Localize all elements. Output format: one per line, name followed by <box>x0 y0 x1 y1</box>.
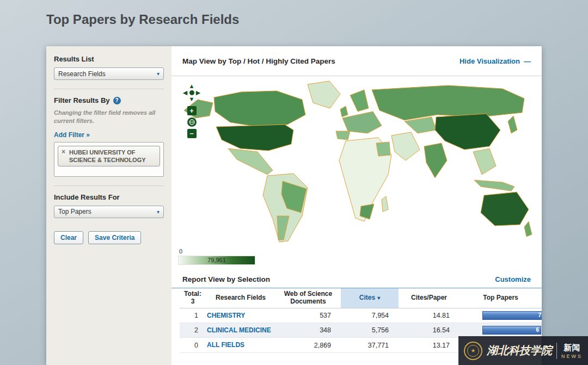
chevron-down-icon: ▾ <box>157 209 160 215</box>
main-panel: Map View by Top / Hot / Highly Cited Pap… <box>171 46 542 365</box>
include-results-value: Top Papers <box>58 208 91 215</box>
sidebar: Results List Research Fields ▾ Filter Re… <box>46 46 171 365</box>
hide-visualization-link[interactable]: Hide Visualization — <box>460 57 531 65</box>
legend-gradient-bar: 79,961 <box>178 256 255 265</box>
cites-per-paper-cell: 13.17 <box>399 338 460 352</box>
help-icon[interactable]: ? <box>113 97 121 104</box>
legend-max-label: 79,961 <box>207 257 226 263</box>
cites-cell: 5,756 <box>341 323 399 337</box>
world-map[interactable] <box>176 78 535 248</box>
watermark-news-en: NEWS <box>561 354 583 359</box>
save-criteria-button[interactable]: Save Criteria <box>88 231 141 244</box>
map-controls: ▲ ◀ ▶ ▼ + − <box>181 83 202 140</box>
legend-min-label: 0 <box>179 248 182 255</box>
cites-per-paper-cell: 16.54 <box>399 323 460 337</box>
results-list-label: Results List <box>54 55 164 63</box>
table-header-row: Total: 3 Research Fields Web of Science … <box>180 288 542 308</box>
active-filters-box: × HUBEI UNIVERSITY OF SCIENCE & TECHNOLO… <box>54 142 164 177</box>
hide-visualization-label: Hide Visualization <box>460 57 520 65</box>
column-header-cites-per-paper[interactable]: Cites/Paper <box>399 288 460 308</box>
pan-down-button[interactable]: ▼ <box>189 96 195 102</box>
documents-cell: 2,869 <box>275 338 341 352</box>
page-background: Top Papers by Research Fields Results Li… <box>0 0 588 365</box>
watermark-university-name: 湖北科技学院 <box>487 343 552 358</box>
customize-link[interactable]: Customize <box>495 275 531 283</box>
cites-per-paper-cell: 14.81 <box>399 308 460 323</box>
field-link[interactable]: CHEMISTRY <box>207 312 245 319</box>
map-area: ▲ ◀ ▶ ▼ + − <box>171 76 542 270</box>
total-label: Total: <box>181 290 205 298</box>
table-row: 2 CLINICAL MEDICINE 348 5,756 16.54 6 <box>180 323 542 337</box>
total-value: 3 <box>181 298 205 306</box>
map-pan-pad: ▲ ◀ ▶ ▼ <box>182 83 201 102</box>
remove-filter-icon[interactable]: × <box>62 148 65 157</box>
filter-tag[interactable]: × HUBEI UNIVERSITY OF SCIENCE & TECHNOLO… <box>58 146 160 167</box>
sort-desc-icon: ▾ <box>377 295 380 301</box>
pan-right-button[interactable]: ▶ <box>196 90 200 96</box>
watermark-divider <box>556 343 557 359</box>
map-legend: 0 79,961 <box>178 256 255 265</box>
column-header-research-fields[interactable]: Research Fields <box>206 288 275 308</box>
add-filter-link[interactable]: Add Filter » <box>54 131 90 139</box>
column-header-documents[interactable]: Web of Science Documents <box>275 288 341 308</box>
chevron-down-icon: ▾ <box>157 71 160 77</box>
documents-cell: 348 <box>275 323 341 337</box>
field-link[interactable]: CLINICAL MEDICINE <box>207 326 271 334</box>
cites-cell: 37,771 <box>341 338 399 352</box>
table-row: 1 CHEMISTRY 537 7,954 14.81 7 <box>180 308 542 323</box>
cites-cell: 7,954 <box>341 308 399 323</box>
documents-cell: 537 <box>275 308 341 323</box>
column-header-cites[interactable]: Cites▾ <box>341 288 399 308</box>
divider <box>54 89 164 89</box>
university-seal-logo: ★ <box>464 342 482 360</box>
pan-center-button[interactable] <box>189 90 194 95</box>
zoom-out-button[interactable]: − <box>187 129 197 138</box>
filter-results-label: Filter Results By <box>54 96 110 104</box>
minus-icon: — <box>524 57 531 65</box>
page-title: Top Papers by Research Fields <box>46 12 239 27</box>
map-countries[interactable] <box>184 81 532 242</box>
field-link[interactable]: ALL FIELDS <box>207 341 244 349</box>
include-results-select[interactable]: Top Papers ▾ <box>54 206 164 218</box>
content-card: Results List Research Fields ▾ Filter Re… <box>46 46 542 365</box>
divider <box>54 185 164 186</box>
results-list-value: Research Fields <box>58 70 106 78</box>
pan-up-button[interactable]: ▲ <box>189 83 195 89</box>
results-list-select[interactable]: Research Fields ▾ <box>54 67 164 80</box>
rank-cell: 1 <box>180 308 206 323</box>
filter-note: Changing the filter field removes all cu… <box>54 109 164 125</box>
zoom-in-button[interactable]: + <box>187 106 197 115</box>
pan-left-button[interactable]: ◀ <box>183 90 187 96</box>
top-papers-bar[interactable]: 6 <box>482 326 541 335</box>
top-papers-bar[interactable]: 7 <box>482 311 542 320</box>
rank-cell: 0 <box>180 338 206 352</box>
news-watermark: ★ 湖北科技学院 新闻 NEWS <box>458 336 588 365</box>
clear-button[interactable]: Clear <box>54 231 83 244</box>
map-view-title: Map View by Top / Hot / Highly Cited Pap… <box>182 57 335 65</box>
rank-cell: 2 <box>180 323 206 337</box>
seal-star-icon: ★ <box>467 345 479 357</box>
column-header-top-papers[interactable]: Top Papers <box>460 288 542 308</box>
watermark-news-cn: 新闻 <box>564 343 580 353</box>
globe-icon[interactable] <box>187 117 197 127</box>
report-view-header: Report View by Selection Customize <box>171 270 542 288</box>
include-results-label: Include Results For <box>54 193 164 201</box>
filter-tag-label: HUBEI UNIVERSITY OF SCIENCE & TECHNOLOGY <box>69 149 146 163</box>
total-header: Total: 3 <box>180 288 206 308</box>
map-view-header: Map View by Top / Hot / Highly Cited Pap… <box>171 46 542 76</box>
report-view-title: Report View by Selection <box>182 275 270 283</box>
